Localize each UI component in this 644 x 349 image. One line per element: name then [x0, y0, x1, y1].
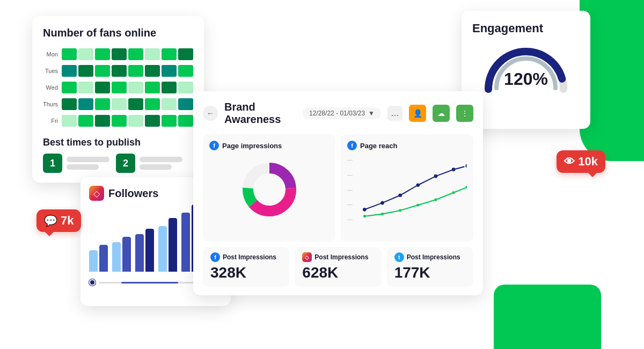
cell: [112, 65, 127, 77]
cell: [145, 98, 160, 110]
cell: [95, 98, 110, 110]
donut-svg: [240, 160, 299, 219]
stat-value-tw: 177K: [394, 264, 466, 281]
cloud-icon-button[interactable]: ☁: [433, 105, 450, 122]
heatmap-row-tues: Tues: [43, 63, 193, 78]
followers-title: Followers: [108, 187, 158, 200]
cell: [62, 115, 77, 127]
cell: [128, 82, 143, 93]
user-icon-button[interactable]: 👤: [409, 105, 426, 122]
svg-point-11: [363, 215, 366, 217]
cell: [162, 65, 177, 77]
stat-label-tw: t Post Impressions: [394, 252, 466, 262]
stat-label-ig: ◇ Post Impressions: [302, 252, 374, 262]
cell: [145, 65, 160, 77]
cell: [78, 82, 93, 93]
bar-group-4: [158, 218, 177, 272]
day-thurs: Thurs: [43, 101, 60, 107]
cell: [162, 98, 177, 110]
best-times-section: Best times to publish 1 2: [43, 137, 193, 173]
cell: [178, 65, 193, 77]
cell: [162, 82, 177, 93]
svg-point-9: [452, 168, 456, 171]
line-label-1: —: [347, 157, 358, 163]
bar: [181, 213, 190, 272]
cell: [62, 82, 77, 93]
svg-point-15: [434, 199, 437, 201]
brand-content-grid: f Page impressions f Page: [203, 134, 473, 287]
more-button[interactable]: …: [387, 106, 402, 121]
cell: [178, 48, 193, 60]
svg-point-10: [465, 164, 467, 168]
day-fri: Fri: [43, 118, 60, 124]
stat-value-fb: 328K: [210, 264, 282, 281]
line-label-5: —: [347, 216, 358, 222]
cell: [162, 115, 177, 127]
engagement-title: Engagement: [472, 21, 543, 35]
fans-online-title: Number of fans online: [43, 27, 193, 39]
badge-7k: 💬 7k: [36, 209, 81, 232]
cell: [62, 48, 77, 60]
bar-group-1: [89, 245, 108, 272]
date-range[interactable]: 12/28/22 - 01/03/23 ▼: [303, 107, 381, 119]
svg-point-6: [398, 193, 402, 197]
page-reach-panel: f Page reach — — — — —: [341, 134, 473, 242]
cell: [112, 48, 127, 60]
svg-point-12: [381, 213, 384, 215]
cell: [128, 48, 143, 60]
cell: [128, 65, 143, 77]
cell: [62, 65, 77, 77]
green-accent-bottom: [494, 285, 601, 349]
time-line-1a: [67, 157, 109, 162]
heatmap-row-mon: Mon: [43, 47, 193, 62]
bar: [122, 237, 131, 272]
chat-icon: 💬: [44, 214, 57, 227]
svg-point-14: [416, 204, 419, 207]
twitter-icon: t: [394, 252, 404, 262]
time-line-1b: [67, 164, 99, 170]
svg-point-7: [416, 183, 420, 187]
extra-button[interactable]: ⋮: [456, 105, 473, 122]
day-tues: Tues: [43, 68, 60, 74]
badge-10k: 👁 10k: [557, 150, 605, 173]
cell: [178, 82, 193, 93]
line-label-2: —: [347, 172, 358, 178]
cell: [62, 98, 77, 110]
cell: [78, 98, 93, 110]
badge-7k-value: 7k: [61, 214, 74, 228]
brand-header: ← Brand Awareness 12/28/22 - 01/03/23 ▼ …: [203, 101, 473, 126]
instagram-icon: ◇: [89, 186, 104, 201]
cell: [112, 98, 127, 110]
page-impressions-panel: f Page impressions: [203, 134, 335, 242]
cell: [95, 82, 110, 93]
cell: [78, 48, 93, 60]
cell: [95, 65, 110, 77]
date-range-text: 12/28/22 - 01/03/23: [309, 110, 365, 117]
bar-group-2: [112, 237, 131, 272]
post-impressions-fb-label: Post Impressions: [223, 253, 276, 261]
cell: [95, 48, 110, 60]
best-time-list: 1 2: [43, 154, 193, 173]
line-label-3: —: [347, 187, 358, 193]
cell: [145, 82, 160, 93]
time-line-2a: [140, 157, 182, 162]
rank-badge-1: 1: [43, 154, 62, 173]
slider-handle-left[interactable]: [89, 279, 96, 286]
chevron-down-icon: ▼: [368, 110, 375, 117]
cell: [178, 98, 193, 110]
brand-title: Brand Awareness: [224, 101, 296, 126]
line-chart-labels: — — — — —: [347, 155, 358, 224]
back-button[interactable]: ←: [203, 106, 218, 121]
best-time-1: 1: [43, 154, 109, 173]
instagram-icon-sm: ◇: [302, 252, 312, 262]
bar: [112, 242, 121, 272]
facebook-icon: f: [209, 141, 219, 150]
heatmap-row-fri: Fri: [43, 113, 193, 128]
cell: [128, 98, 143, 110]
gauge-value: 120%: [504, 69, 548, 89]
rank-badge-2: 2: [116, 154, 135, 173]
best-time-2: 2: [116, 154, 182, 173]
gauge-chart: 120%: [483, 41, 569, 94]
eye-icon: 👁: [564, 156, 575, 168]
bar: [99, 245, 108, 272]
